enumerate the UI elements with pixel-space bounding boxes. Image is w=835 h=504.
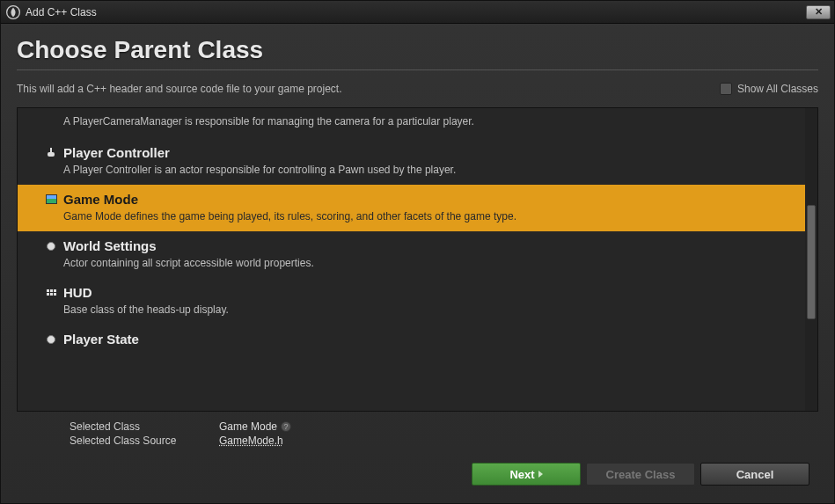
list-item-desc: Actor containing all script accessible w… — [44, 257, 795, 269]
close-icon: ✕ — [815, 7, 823, 17]
show-all-classes-label: Show All Classes — [737, 83, 818, 95]
selected-class-label: Selected Class — [70, 420, 219, 433]
selected-class-value: Game Mode ? — [219, 420, 809, 433]
content-area: Choose Parent Class This will add a C++ … — [1, 24, 834, 503]
window-title: Add C++ Class — [26, 6, 97, 18]
selected-class-source-link[interactable]: GameMode.h — [219, 435, 809, 447]
help-icon[interactable]: ? — [281, 421, 291, 432]
chevron-right-icon — [538, 471, 543, 478]
selected-class-source-label: Selected Class Source — [70, 435, 219, 447]
list-item-game-mode[interactable]: Game Mode Game Mode defines the game bei… — [18, 185, 805, 231]
list-item-title: Player Controller — [63, 145, 170, 160]
picture-icon — [44, 193, 58, 207]
list-item-hud[interactable]: HUD Base class of the heads-up display. — [18, 278, 805, 325]
close-button[interactable]: ✕ — [806, 5, 831, 19]
list-item-player-state[interactable]: Player State — [18, 325, 805, 359]
list-item-title: HUD — [63, 285, 92, 300]
controller-icon — [44, 146, 58, 160]
sphere-icon — [44, 239, 58, 253]
list-item-title: Game Mode — [63, 192, 138, 207]
button-row: Next Create Class Cancel — [70, 463, 809, 486]
scrollbar-thumb[interactable] — [807, 205, 816, 319]
title-divider — [17, 69, 818, 70]
list-item-desc: Base class of the heads-up display. — [44, 303, 795, 316]
list-item-desc: Game Mode defines the game being played,… — [44, 210, 795, 223]
list-item-title: Player State — [63, 332, 139, 347]
list-item-desc: A Player Controller is an actor responsi… — [44, 164, 795, 176]
cancel-button[interactable]: Cancel — [700, 463, 809, 486]
create-class-button: Create Class — [586, 463, 695, 486]
subtitle-text: This will add a C++ header and source co… — [17, 83, 342, 95]
sphere-icon — [44, 332, 58, 347]
selected-class-info: Selected Class Game Mode ? Selected Clas… — [70, 420, 809, 447]
list-item-desc-partial: A PlayerCameraManager is responsible for… — [18, 108, 805, 138]
next-button-label: Next — [509, 468, 534, 481]
parent-class-list[interactable]: A PlayerCameraManager is responsible for… — [18, 108, 805, 411]
svg-rect-2 — [50, 148, 52, 153]
show-all-classes-checkbox[interactable] — [720, 83, 732, 95]
cancel-button-label: Cancel — [736, 468, 774, 481]
grid-icon — [44, 286, 58, 300]
page-title: Choose Parent Class — [17, 36, 818, 64]
subtitle-row: This will add a C++ header and source co… — [17, 83, 818, 95]
list-item-title: World Settings — [63, 238, 157, 253]
footer: Selected Class Game Mode ? Selected Clas… — [17, 412, 818, 494]
list-item-player-controller[interactable]: Player Controller A Player Controller is… — [18, 138, 805, 185]
titlebar: Add C++ Class ✕ — [1, 1, 834, 24]
parent-class-list-wrap: A PlayerCameraManager is responsible for… — [17, 107, 818, 412]
next-button[interactable]: Next — [472, 463, 581, 486]
scrollbar[interactable] — [805, 108, 817, 411]
list-item-world-settings[interactable]: World Settings Actor containing all scri… — [18, 231, 805, 278]
add-cpp-class-window: Add C++ Class ✕ Choose Parent Class This… — [0, 0, 835, 504]
unreal-logo-icon — [6, 5, 20, 19]
create-class-label: Create Class — [606, 468, 676, 481]
